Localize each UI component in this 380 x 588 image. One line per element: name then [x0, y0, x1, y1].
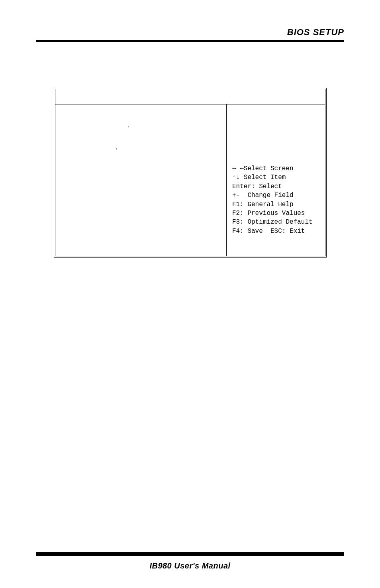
- help-f1: F1: General Help: [232, 200, 319, 209]
- bios-setup-table: ' ' → ←Select Screen ↑↓ Select Item Ente…: [54, 88, 327, 258]
- bios-left-panel: ' ': [55, 104, 227, 256]
- help-f3: F3: Optimized Default: [232, 218, 319, 226]
- help-change-field: +- Change Field: [232, 191, 319, 200]
- footer-divider: [36, 552, 344, 556]
- help-panel-spacer: [232, 108, 319, 164]
- help-select-item: ↑↓ Select Item: [232, 173, 319, 182]
- bios-table-body: ' ' → ←Select Screen ↑↓ Select Item Ente…: [55, 104, 325, 256]
- tiny-mark: ': [127, 126, 129, 130]
- help-f4: F4: Save ESC: Exit: [232, 227, 319, 236]
- page-header-title: BIOS SETUP: [287, 27, 344, 37]
- help-f2: F2: Previous Values: [232, 209, 319, 218]
- help-select-screen: → ←Select Screen: [232, 164, 319, 173]
- bios-right-help-panel: → ←Select Screen ↑↓ Select Item Enter: S…: [227, 104, 325, 256]
- bios-table-header-row: [55, 89, 325, 104]
- help-enter: Enter: Select: [232, 182, 319, 191]
- tiny-mark: ': [115, 148, 118, 153]
- header-divider: [36, 40, 344, 42]
- page-footer-text: IB980 User's Manual: [0, 561, 380, 570]
